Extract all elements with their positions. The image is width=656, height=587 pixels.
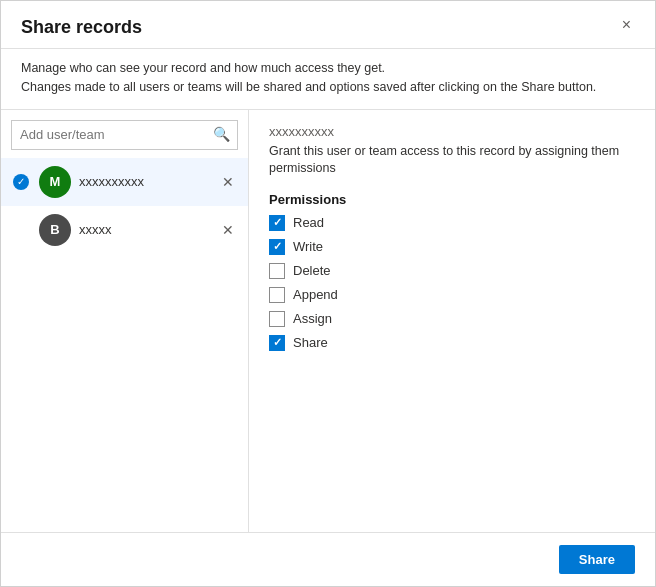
perm-name-append: Append [293, 287, 338, 302]
avatar: B [39, 214, 71, 246]
checkbox-read[interactable] [269, 215, 285, 231]
permission-assign: Assign [269, 311, 635, 327]
permissions-list: Read Write Delete Append Assign [269, 215, 635, 351]
dialog-title: Share records [21, 17, 142, 38]
user-name: xxxxx [79, 222, 218, 237]
permission-write: Write [269, 239, 635, 255]
permission-read: Read [269, 215, 635, 231]
dialog-subtitle: Manage who can see your record and how m… [1, 49, 655, 110]
dialog-footer: Share [1, 532, 655, 586]
checkbox-delete[interactable] [269, 263, 285, 279]
right-panel: xxxxxxxxxx Grant this user or team acces… [249, 110, 655, 533]
perm-name-assign: Assign [293, 311, 332, 326]
permissions-label: Permissions [269, 192, 635, 207]
perm-name-delete: Delete [293, 263, 331, 278]
checkbox-assign[interactable] [269, 311, 285, 327]
share-records-dialog: Share records × Manage who can see your … [0, 0, 656, 587]
list-item[interactable]: ✓ M xxxxxxxxxx ✕ [1, 158, 248, 206]
user-name: xxxxxxxxxx [79, 174, 218, 189]
left-panel: 🔍 ✓ M xxxxxxxxxx ✕ B xxxxx ✕ [1, 110, 249, 533]
perm-name-write: Write [293, 239, 323, 254]
checkbox-share[interactable] [269, 335, 285, 351]
close-button[interactable]: × [618, 17, 635, 33]
subtitle-line2: Changes made to all users or teams will … [21, 78, 635, 97]
check-icon: ✓ [13, 174, 29, 190]
permission-share: Share [269, 335, 635, 351]
right-description: Grant this user or team access to this r… [269, 143, 635, 178]
list-item[interactable]: B xxxxx ✕ [1, 206, 248, 254]
checkbox-append[interactable] [269, 287, 285, 303]
search-input[interactable] [11, 120, 238, 150]
dialog-body: 🔍 ✓ M xxxxxxxxxx ✕ B xxxxx ✕ [1, 110, 655, 533]
permission-delete: Delete [269, 263, 635, 279]
subtitle-line1: Manage who can see your record and how m… [21, 59, 635, 78]
check-area: ✓ [11, 174, 31, 190]
avatar: M [39, 166, 71, 198]
user-list: ✓ M xxxxxxxxxx ✕ B xxxxx ✕ [1, 158, 248, 533]
remove-user2-button[interactable]: ✕ [218, 220, 238, 240]
selected-user-name: xxxxxxxxxx [269, 124, 635, 139]
checkbox-write[interactable] [269, 239, 285, 255]
perm-name-share: Share [293, 335, 328, 350]
dialog-header: Share records × [1, 1, 655, 49]
search-container: 🔍 [1, 110, 248, 158]
remove-user1-button[interactable]: ✕ [218, 172, 238, 192]
perm-name-read: Read [293, 215, 324, 230]
permission-append: Append [269, 287, 635, 303]
share-button[interactable]: Share [559, 545, 635, 574]
